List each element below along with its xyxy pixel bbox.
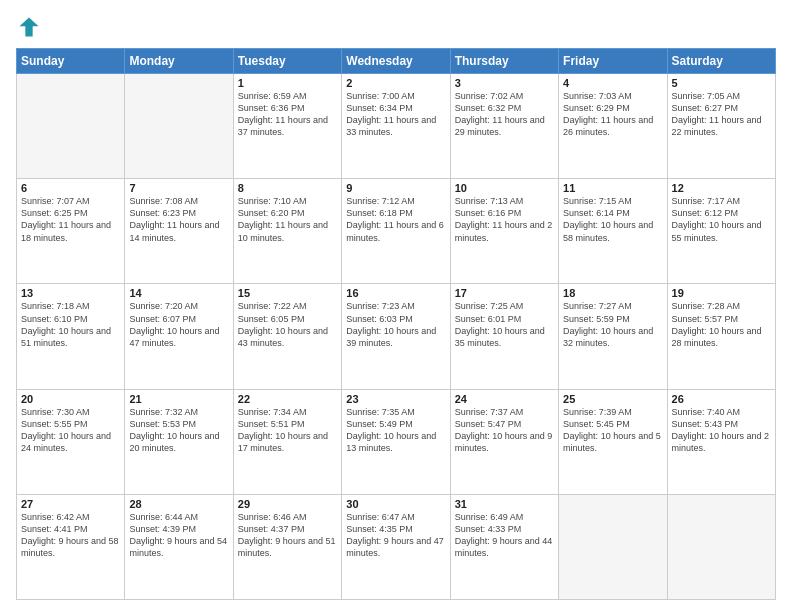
week-row-1: 6Sunrise: 7:07 AM Sunset: 6:25 PM Daylig… xyxy=(17,179,776,284)
calendar-header-wednesday: Wednesday xyxy=(342,49,450,74)
calendar-cell: 7Sunrise: 7:08 AM Sunset: 6:23 PM Daylig… xyxy=(125,179,233,284)
calendar-cell: 9Sunrise: 7:12 AM Sunset: 6:18 PM Daylig… xyxy=(342,179,450,284)
day-detail: Sunrise: 7:10 AM Sunset: 6:20 PM Dayligh… xyxy=(238,195,337,244)
day-detail: Sunrise: 7:17 AM Sunset: 6:12 PM Dayligh… xyxy=(672,195,771,244)
calendar-cell: 23Sunrise: 7:35 AM Sunset: 5:49 PM Dayli… xyxy=(342,389,450,494)
calendar-cell: 16Sunrise: 7:23 AM Sunset: 6:03 PM Dayli… xyxy=(342,284,450,389)
day-number: 25 xyxy=(563,393,662,405)
day-number: 21 xyxy=(129,393,228,405)
logo-icon xyxy=(18,16,40,38)
header xyxy=(16,12,776,42)
day-detail: Sunrise: 7:03 AM Sunset: 6:29 PM Dayligh… xyxy=(563,90,662,139)
week-row-4: 27Sunrise: 6:42 AM Sunset: 4:41 PM Dayli… xyxy=(17,494,776,599)
calendar-cell: 22Sunrise: 7:34 AM Sunset: 5:51 PM Dayli… xyxy=(233,389,341,494)
day-number: 13 xyxy=(21,287,120,299)
day-detail: Sunrise: 7:37 AM Sunset: 5:47 PM Dayligh… xyxy=(455,406,554,455)
calendar-cell: 31Sunrise: 6:49 AM Sunset: 4:33 PM Dayli… xyxy=(450,494,558,599)
day-number: 20 xyxy=(21,393,120,405)
day-detail: Sunrise: 7:08 AM Sunset: 6:23 PM Dayligh… xyxy=(129,195,228,244)
week-row-2: 13Sunrise: 7:18 AM Sunset: 6:10 PM Dayli… xyxy=(17,284,776,389)
calendar-cell: 29Sunrise: 6:46 AM Sunset: 4:37 PM Dayli… xyxy=(233,494,341,599)
day-number: 12 xyxy=(672,182,771,194)
day-number: 23 xyxy=(346,393,445,405)
day-number: 2 xyxy=(346,77,445,89)
calendar-cell xyxy=(17,74,125,179)
day-number: 29 xyxy=(238,498,337,510)
svg-marker-0 xyxy=(19,17,38,36)
day-number: 19 xyxy=(672,287,771,299)
calendar-cell: 17Sunrise: 7:25 AM Sunset: 6:01 PM Dayli… xyxy=(450,284,558,389)
day-detail: Sunrise: 7:30 AM Sunset: 5:55 PM Dayligh… xyxy=(21,406,120,455)
calendar-cell: 27Sunrise: 6:42 AM Sunset: 4:41 PM Dayli… xyxy=(17,494,125,599)
calendar-cell xyxy=(125,74,233,179)
day-detail: Sunrise: 7:13 AM Sunset: 6:16 PM Dayligh… xyxy=(455,195,554,244)
calendar-header-sunday: Sunday xyxy=(17,49,125,74)
day-detail: Sunrise: 7:34 AM Sunset: 5:51 PM Dayligh… xyxy=(238,406,337,455)
day-detail: Sunrise: 7:35 AM Sunset: 5:49 PM Dayligh… xyxy=(346,406,445,455)
calendar-cell: 21Sunrise: 7:32 AM Sunset: 5:53 PM Dayli… xyxy=(125,389,233,494)
calendar-cell: 11Sunrise: 7:15 AM Sunset: 6:14 PM Dayli… xyxy=(559,179,667,284)
day-detail: Sunrise: 7:22 AM Sunset: 6:05 PM Dayligh… xyxy=(238,300,337,349)
day-number: 10 xyxy=(455,182,554,194)
day-number: 30 xyxy=(346,498,445,510)
day-number: 22 xyxy=(238,393,337,405)
calendar-header-saturday: Saturday xyxy=(667,49,775,74)
day-detail: Sunrise: 7:28 AM Sunset: 5:57 PM Dayligh… xyxy=(672,300,771,349)
calendar-cell xyxy=(559,494,667,599)
day-number: 14 xyxy=(129,287,228,299)
day-number: 11 xyxy=(563,182,662,194)
calendar-cell: 25Sunrise: 7:39 AM Sunset: 5:45 PM Dayli… xyxy=(559,389,667,494)
week-row-0: 1Sunrise: 6:59 AM Sunset: 6:36 PM Daylig… xyxy=(17,74,776,179)
day-detail: Sunrise: 7:20 AM Sunset: 6:07 PM Dayligh… xyxy=(129,300,228,349)
day-number: 5 xyxy=(672,77,771,89)
calendar-cell: 3Sunrise: 7:02 AM Sunset: 6:32 PM Daylig… xyxy=(450,74,558,179)
calendar-cell: 1Sunrise: 6:59 AM Sunset: 6:36 PM Daylig… xyxy=(233,74,341,179)
day-detail: Sunrise: 7:12 AM Sunset: 6:18 PM Dayligh… xyxy=(346,195,445,244)
day-detail: Sunrise: 7:15 AM Sunset: 6:14 PM Dayligh… xyxy=(563,195,662,244)
calendar-cell: 5Sunrise: 7:05 AM Sunset: 6:27 PM Daylig… xyxy=(667,74,775,179)
calendar-cell: 20Sunrise: 7:30 AM Sunset: 5:55 PM Dayli… xyxy=(17,389,125,494)
calendar-cell: 12Sunrise: 7:17 AM Sunset: 6:12 PM Dayli… xyxy=(667,179,775,284)
day-number: 4 xyxy=(563,77,662,89)
day-number: 7 xyxy=(129,182,228,194)
calendar-header-row: SundayMondayTuesdayWednesdayThursdayFrid… xyxy=(17,49,776,74)
day-detail: Sunrise: 7:25 AM Sunset: 6:01 PM Dayligh… xyxy=(455,300,554,349)
day-detail: Sunrise: 6:59 AM Sunset: 6:36 PM Dayligh… xyxy=(238,90,337,139)
day-number: 15 xyxy=(238,287,337,299)
day-detail: Sunrise: 7:07 AM Sunset: 6:25 PM Dayligh… xyxy=(21,195,120,244)
calendar-cell: 14Sunrise: 7:20 AM Sunset: 6:07 PM Dayli… xyxy=(125,284,233,389)
calendar-cell xyxy=(667,494,775,599)
day-detail: Sunrise: 6:49 AM Sunset: 4:33 PM Dayligh… xyxy=(455,511,554,560)
calendar-header-friday: Friday xyxy=(559,49,667,74)
day-number: 26 xyxy=(672,393,771,405)
calendar-cell: 4Sunrise: 7:03 AM Sunset: 6:29 PM Daylig… xyxy=(559,74,667,179)
day-detail: Sunrise: 7:23 AM Sunset: 6:03 PM Dayligh… xyxy=(346,300,445,349)
day-detail: Sunrise: 7:40 AM Sunset: 5:43 PM Dayligh… xyxy=(672,406,771,455)
day-number: 17 xyxy=(455,287,554,299)
day-number: 31 xyxy=(455,498,554,510)
calendar-header-monday: Monday xyxy=(125,49,233,74)
day-number: 28 xyxy=(129,498,228,510)
day-number: 6 xyxy=(21,182,120,194)
calendar-cell: 2Sunrise: 7:00 AM Sunset: 6:34 PM Daylig… xyxy=(342,74,450,179)
day-detail: Sunrise: 7:18 AM Sunset: 6:10 PM Dayligh… xyxy=(21,300,120,349)
day-detail: Sunrise: 6:44 AM Sunset: 4:39 PM Dayligh… xyxy=(129,511,228,560)
day-detail: Sunrise: 7:00 AM Sunset: 6:34 PM Dayligh… xyxy=(346,90,445,139)
day-number: 9 xyxy=(346,182,445,194)
day-number: 24 xyxy=(455,393,554,405)
day-detail: Sunrise: 7:02 AM Sunset: 6:32 PM Dayligh… xyxy=(455,90,554,139)
page: SundayMondayTuesdayWednesdayThursdayFrid… xyxy=(0,0,792,612)
calendar-cell: 10Sunrise: 7:13 AM Sunset: 6:16 PM Dayli… xyxy=(450,179,558,284)
day-detail: Sunrise: 7:39 AM Sunset: 5:45 PM Dayligh… xyxy=(563,406,662,455)
day-number: 1 xyxy=(238,77,337,89)
day-detail: Sunrise: 7:32 AM Sunset: 5:53 PM Dayligh… xyxy=(129,406,228,455)
calendar-cell: 24Sunrise: 7:37 AM Sunset: 5:47 PM Dayli… xyxy=(450,389,558,494)
day-detail: Sunrise: 7:27 AM Sunset: 5:59 PM Dayligh… xyxy=(563,300,662,349)
calendar-cell: 28Sunrise: 6:44 AM Sunset: 4:39 PM Dayli… xyxy=(125,494,233,599)
calendar-cell: 18Sunrise: 7:27 AM Sunset: 5:59 PM Dayli… xyxy=(559,284,667,389)
calendar-cell: 19Sunrise: 7:28 AM Sunset: 5:57 PM Dayli… xyxy=(667,284,775,389)
day-detail: Sunrise: 6:42 AM Sunset: 4:41 PM Dayligh… xyxy=(21,511,120,560)
day-number: 3 xyxy=(455,77,554,89)
calendar-header-thursday: Thursday xyxy=(450,49,558,74)
day-number: 8 xyxy=(238,182,337,194)
